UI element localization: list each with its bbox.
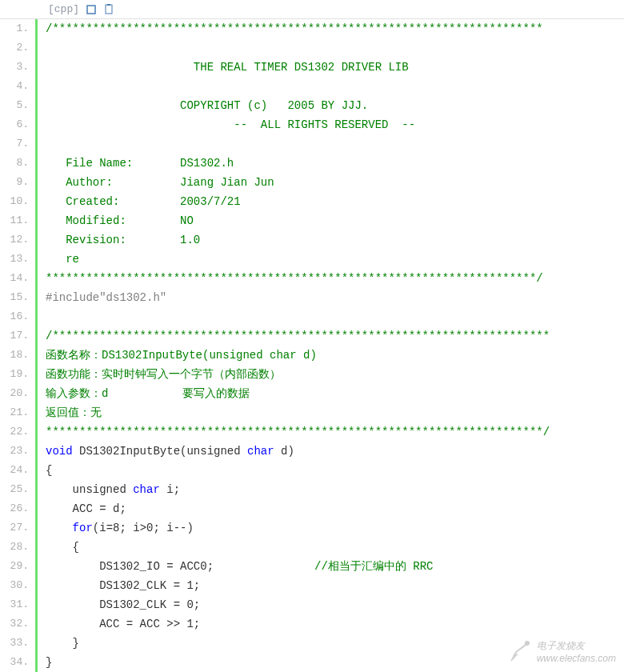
watermark-text-1: 电子发烧友	[537, 639, 616, 653]
code-line: 返回值：无	[46, 403, 624, 422]
line-number: 18.	[0, 346, 29, 365]
line-number: 20.	[0, 384, 29, 403]
code-line: File Name: DS1302.h	[46, 154, 624, 173]
line-number: 25.	[0, 480, 29, 499]
code-line: -- ALL RIGHTS RESERVED --	[46, 115, 624, 134]
code-line: ACC = d;	[46, 499, 624, 518]
code-line: DS1302_CLK = 1;	[46, 576, 624, 595]
line-number: 21.	[0, 403, 29, 422]
code-line: Revision: 1.0	[46, 230, 624, 250]
code-line: DS1302_CLK = 0;	[46, 595, 624, 614]
view-plain-icon[interactable]	[86, 4, 97, 15]
line-number: 4.	[0, 77, 29, 96]
code-line	[46, 38, 624, 58]
line-number: 9.	[0, 173, 29, 192]
line-number: 6.	[0, 115, 29, 134]
code-line: 输入参数：d 要写入的数据	[46, 384, 624, 403]
code-line: DS1302_IO = ACC0; //相当于汇编中的 RRC	[46, 557, 624, 576]
line-number: 26.	[0, 499, 29, 518]
line-number: 2.	[0, 38, 29, 58]
line-number: 34.	[0, 653, 29, 672]
code-line	[46, 307, 624, 326]
line-number: 29.	[0, 557, 29, 576]
line-number: 30.	[0, 576, 29, 595]
copy-icon[interactable]	[103, 4, 114, 15]
line-number: 1.	[0, 19, 29, 38]
line-number: 7.	[0, 134, 29, 154]
code-line	[46, 77, 624, 96]
line-number: 33.	[0, 634, 29, 653]
line-number: 15.	[0, 288, 29, 307]
line-number: 28.	[0, 538, 29, 557]
line-number: 23.	[0, 442, 29, 461]
line-number: 3.	[0, 58, 29, 77]
watermark-logo-icon	[506, 638, 532, 664]
line-number: 5.	[0, 96, 29, 115]
line-number: 8.	[0, 154, 29, 173]
code-line: ACC = ACC >> 1;	[46, 614, 624, 634]
code-line: ****************************************…	[46, 269, 624, 288]
line-number: 16.	[0, 307, 29, 326]
code-area[interactable]: /***************************************…	[35, 19, 624, 672]
watermark-text-2: www.elecfans.com	[537, 653, 616, 664]
language-tag: [cpp]	[48, 3, 79, 15]
code-line: re	[46, 250, 624, 269]
code-line	[46, 134, 624, 154]
code-line: ****************************************…	[46, 422, 624, 442]
line-number: 11.	[0, 211, 29, 230]
line-number: 19.	[0, 365, 29, 384]
svg-rect-2	[107, 4, 110, 6]
code-line: {	[46, 461, 624, 480]
code-line: 函数名称：DS1302InputByte(unsigned char d)	[46, 346, 624, 365]
code-line: 函数功能：实时时钟写入一个字节（内部函数）	[46, 365, 624, 384]
line-number: 27.	[0, 518, 29, 538]
code-line: #include"ds1302.h"	[46, 288, 624, 307]
code-line: Created: 2003/7/21	[46, 192, 624, 211]
code-line: unsigned char i;	[46, 480, 624, 499]
code-line: Author: Jiang Jian Jun	[46, 173, 624, 192]
code-line: for(i=8; i>0; i--)	[46, 518, 624, 538]
watermark: 电子发烧友 www.elecfans.com	[506, 638, 616, 664]
code-line: Modified: NO	[46, 211, 624, 230]
code-line: /***************************************…	[46, 19, 624, 38]
line-number: 10.	[0, 192, 29, 211]
code-line: THE REAL TIMER DS1302 DRIVER LIB	[46, 58, 624, 77]
line-number: 24.	[0, 461, 29, 480]
code-line: {	[46, 538, 624, 557]
code-line: /***************************************…	[46, 326, 624, 346]
svg-point-3	[525, 641, 530, 646]
line-number: 17.	[0, 326, 29, 346]
code-line: COPYRIGHT (c) 2005 BY JJJ.	[46, 96, 624, 115]
code-line: void DS1302InputByte(unsigned char d)	[46, 442, 624, 461]
code-header: [cpp]	[0, 0, 624, 18]
line-number: 32.	[0, 614, 29, 634]
svg-rect-0	[87, 6, 95, 14]
svg-rect-1	[106, 5, 112, 14]
line-number: 13.	[0, 250, 29, 269]
line-number: 14.	[0, 269, 29, 288]
line-number: 31.	[0, 595, 29, 614]
line-number-gutter: 1.2.3.4.5.6.7.8.9.10.11.12.13.14.15.16.1…	[0, 19, 35, 672]
code-container: 1.2.3.4.5.6.7.8.9.10.11.12.13.14.15.16.1…	[0, 18, 624, 672]
line-number: 22.	[0, 422, 29, 442]
line-number: 12.	[0, 230, 29, 250]
